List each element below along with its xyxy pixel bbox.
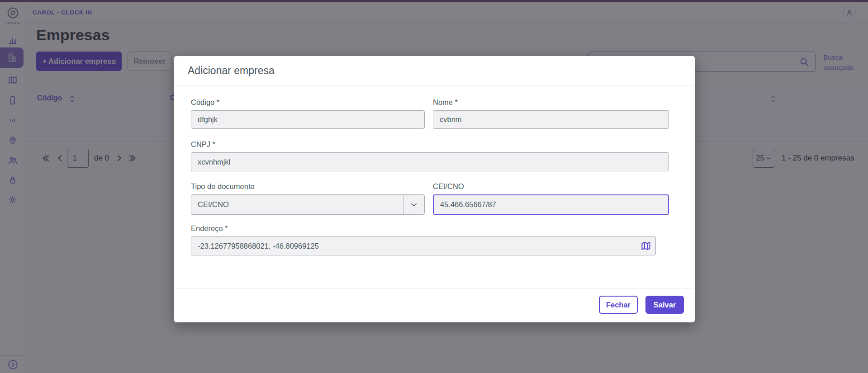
app-window: CAROL - CLOCK IN TOTVS: [0, 0, 868, 373]
cnpj-field[interactable]: [191, 152, 669, 171]
endereco-field-wrapper: [191, 236, 656, 255]
nome-label: Nome *: [433, 98, 458, 107]
open-map-button[interactable]: [640, 241, 651, 251]
modal-footer: Fechar Salvar: [174, 288, 695, 322]
modal-header: Adicionar empresa: [174, 56, 695, 85]
chevron-down-icon: [403, 195, 424, 214]
tipo-documento-label: Tipo do documento: [191, 182, 255, 191]
tipo-documento-select[interactable]: CEI/CNO: [191, 194, 425, 215]
modal-title: Adicionar empresa: [188, 56, 275, 85]
cei-cno-label: CEI/CNO: [433, 182, 464, 191]
cnpj-label: CNPJ *: [191, 140, 215, 149]
codigo-label: Código *: [191, 98, 219, 107]
map-icon: [640, 241, 651, 251]
endereco-field[interactable]: [191, 236, 656, 255]
codigo-field[interactable]: [191, 110, 425, 129]
add-company-modal: Adicionar empresa Código * Nome * CNPJ *…: [174, 56, 695, 322]
nome-field[interactable]: [433, 110, 669, 129]
tipo-documento-value: CEI/CNO: [198, 195, 229, 214]
close-button[interactable]: Fechar: [599, 296, 638, 314]
save-button[interactable]: Salvar: [645, 296, 684, 314]
endereco-label: Endereço *: [191, 224, 228, 233]
cei-cno-field[interactable]: [433, 194, 669, 215]
